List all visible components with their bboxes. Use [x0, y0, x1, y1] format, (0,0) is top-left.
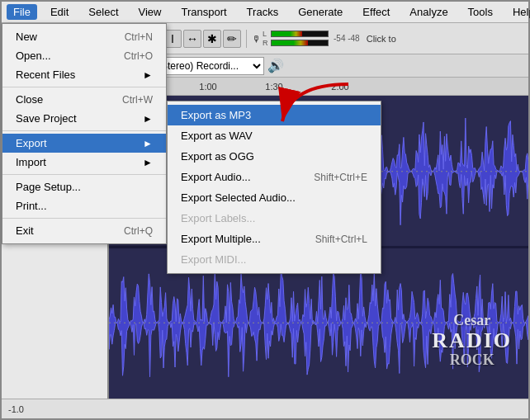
export-mp3-label: Export as MP3 — [181, 109, 251, 121]
menu-recent-label: Recent Files — [16, 68, 75, 81]
timeline-mark-100: 1:00 — [175, 82, 241, 92]
menu-print[interactable]: Print... — [2, 196, 166, 215]
vu-r-label: R — [263, 39, 269, 47]
vu-meter-area: 🎙 L R -54 -48 — [252, 30, 360, 47]
timeline-mark-130: 1:30 — [241, 82, 307, 92]
menu-generate[interactable]: Generate — [291, 4, 349, 20]
export-labels: Export Labels... — [168, 208, 381, 229]
export-multiple-shortcut: Shift+Ctrl+L — [315, 234, 367, 245]
menu-save-project[interactable]: Save Project ► — [2, 109, 166, 128]
menu-import-label: Import — [16, 156, 46, 168]
file-menu-dropdown: New Ctrl+N Open... Ctrl+O Recent Files ►… — [2, 23, 167, 244]
export-multiple[interactable]: Export Multiple... Shift+Ctrl+L — [168, 229, 381, 249]
menu-file[interactable]: File — [7, 4, 37, 20]
tool-zoom[interactable]: ↔ — [183, 30, 201, 48]
export-ogg[interactable]: Export as OGG — [168, 146, 381, 167]
menu-export[interactable]: Export ► — [2, 134, 166, 153]
tool-multi[interactable]: ✱ — [203, 30, 221, 48]
menu-analyze[interactable]: Analyze — [403, 4, 454, 20]
volume-icon: 🔊 — [267, 58, 284, 73]
menu-open-label: Open... — [16, 50, 51, 62]
menu-close-shortcut: Ctrl+W — [122, 94, 153, 106]
vu-mic-icon: 🎙 — [252, 34, 261, 44]
app-window: File Edit Select View Transport Tracks G… — [0, 0, 530, 420]
export-selected-label: Export Selected Audio... — [181, 191, 296, 204]
menu-transport[interactable]: Transport — [174, 4, 233, 20]
menu-exit[interactable]: Exit Ctrl+Q — [2, 221, 166, 240]
menu-print-label: Print... — [16, 200, 47, 212]
vu-scale-label: -54 -48 — [334, 34, 360, 43]
export-mp3[interactable]: Export as MP3 — [168, 105, 381, 125]
separator-2 — [2, 130, 166, 131]
export-midi-label: Export MIDI... — [181, 253, 246, 266]
export-wav[interactable]: Export as WAV — [168, 125, 381, 146]
tool-draw[interactable]: ✏ — [223, 30, 241, 48]
menu-close[interactable]: Close Ctrl+W — [2, 90, 166, 109]
separator-3 — [2, 174, 166, 175]
export-audio-shortcut: Shift+Ctrl+E — [314, 172, 367, 183]
menu-effect[interactable]: Effect — [356, 4, 396, 20]
menu-export-label: Export — [16, 137, 47, 149]
export-labels-label: Export Labels... — [181, 212, 255, 224]
export-midi: Export MIDI... — [168, 249, 381, 270]
separator-4 — [2, 218, 166, 219]
bottom-status: -1.0 — [8, 404, 24, 414]
menu-new[interactable]: New Ctrl+N — [2, 27, 166, 46]
menu-new-shortcut: Ctrl+N — [125, 31, 153, 43]
export-submenu: Export as MP3 Export as WAV Export as OG… — [167, 101, 381, 274]
menu-select[interactable]: Select — [82, 4, 125, 20]
file-menu: New Ctrl+N Open... Ctrl+O Recent Files ►… — [2, 23, 167, 244]
menu-new-label: New — [16, 31, 37, 43]
menu-recent-files[interactable]: Recent Files ► — [2, 65, 166, 84]
vu-l-label: L — [263, 30, 269, 38]
menu-tools[interactable]: Tools — [461, 4, 499, 20]
export-multiple-label: Export Multiple... — [181, 233, 261, 245]
menu-help[interactable]: Help — [506, 4, 530, 20]
menu-tracks[interactable]: Tracks — [240, 4, 286, 20]
menu-exit-shortcut: Ctrl+Q — [124, 225, 153, 237]
menu-exit-label: Exit — [16, 224, 34, 237]
menu-import[interactable]: Import ► — [2, 153, 166, 172]
export-selected-audio[interactable]: Export Selected Audio... — [168, 187, 381, 208]
menu-close-label: Close — [16, 93, 43, 106]
menu-open-shortcut: Ctrl+O — [124, 50, 153, 62]
menu-view[interactable]: View — [132, 4, 168, 20]
menu-export-arrow: ► — [143, 138, 153, 149]
export-wav-label: Export as WAV — [181, 130, 253, 142]
menu-save-label: Save Project — [16, 112, 77, 125]
timeline-mark-200: 2:00 — [307, 82, 373, 92]
export-audio-label: Export Audio... — [181, 171, 251, 183]
tools-group: I ↔ ✱ ✏ — [163, 30, 247, 48]
export-audio[interactable]: Export Audio... Shift+Ctrl+E — [168, 167, 381, 187]
menu-edit[interactable]: Edit — [44, 4, 75, 20]
click-to-label: Click to — [367, 34, 396, 44]
separator-1 — [2, 87, 166, 87]
export-ogg-label: Export as OGG — [181, 150, 254, 163]
menu-import-arrow: ► — [143, 157, 153, 168]
menu-recent-arrow: ► — [143, 69, 153, 81]
menu-page-setup[interactable]: Page Setup... — [2, 177, 166, 196]
menu-open[interactable]: Open... Ctrl+O — [2, 46, 166, 65]
menu-save-arrow: ► — [143, 113, 153, 125]
menu-pagesetup-label: Page Setup... — [16, 181, 81, 193]
bottom-bar: -1.0 — [2, 399, 528, 418]
menu-bar: File Edit Select View Transport Tracks G… — [2, 2, 528, 23]
